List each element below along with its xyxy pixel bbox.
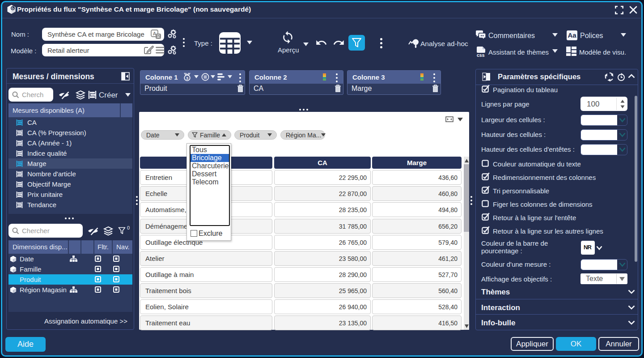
svg-text:3: 3 [186,76,188,81]
svg-text:css: css [477,52,485,58]
